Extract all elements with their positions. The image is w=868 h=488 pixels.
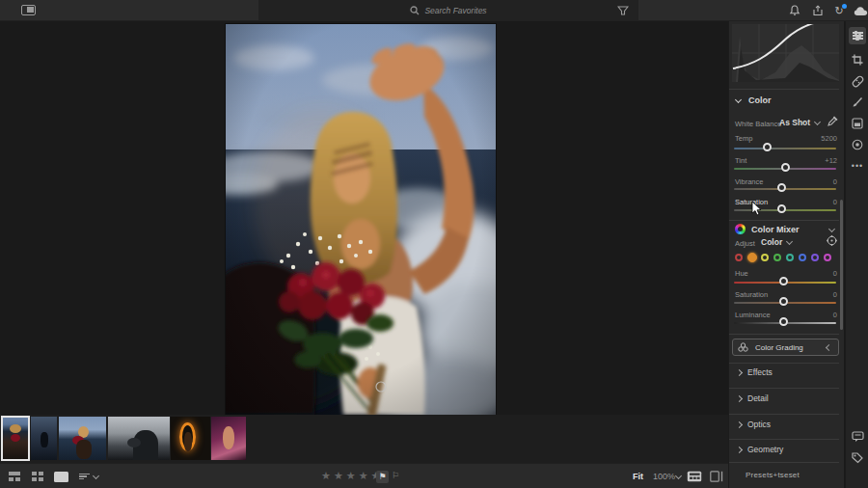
zoom-fit-button[interactable]: Fit <box>633 472 643 481</box>
bottom-toolbar: ★ ★ ★ ★ ★ ⚑ ⚐ Fit 100% <box>0 463 728 488</box>
section-detail[interactable]: Detail <box>732 391 839 406</box>
vibrance-slider[interactable] <box>734 188 836 190</box>
search-placeholder: Search Favorites <box>424 6 486 15</box>
hue-slider-thumb[interactable] <box>779 277 788 285</box>
tag-icon[interactable] <box>849 449 866 467</box>
saturation-label: Saturation <box>735 198 768 206</box>
white-balance-chevron-icon[interactable] <box>814 119 821 125</box>
filmstrip-thumb[interactable] <box>108 417 170 460</box>
filmstrip-thumb[interactable] <box>59 417 106 460</box>
photo-grid-icon[interactable] <box>8 470 21 483</box>
adjust-chevron-icon[interactable] <box>786 238 793 245</box>
filmstrip-thumb[interactable] <box>171 417 210 460</box>
saturation-slider[interactable] <box>734 209 836 211</box>
vibrance-value: 0 <box>833 177 837 186</box>
temp-slider-thumb[interactable] <box>763 143 772 151</box>
target-adjust-icon[interactable] <box>827 235 837 246</box>
section-optics[interactable]: Optics <box>732 417 839 432</box>
presets-button[interactable]: Presets+tseset <box>746 471 800 479</box>
search-icon <box>410 6 420 15</box>
more-icon[interactable]: ••• <box>849 157 866 175</box>
tint-value: +12 <box>825 156 837 165</box>
main-photo[interactable] <box>226 24 496 415</box>
vibrance-label: Vibrance <box>735 177 763 186</box>
hue-label: Hue <box>735 269 748 278</box>
zoom-level[interactable]: 100% <box>653 472 675 481</box>
bell-icon[interactable] <box>787 3 802 18</box>
export-icon[interactable] <box>810 3 826 18</box>
panel-scrollbar[interactable] <box>840 200 843 330</box>
search-input[interactable]: Search Favorites <box>410 6 486 15</box>
swatch-red[interactable] <box>735 254 743 261</box>
color-section-title[interactable]: Color <box>748 95 772 105</box>
panel-toggle-icon[interactable] <box>21 5 36 15</box>
luminance-slider[interactable] <box>734 322 836 324</box>
tint-slider-thumb[interactable] <box>781 163 790 172</box>
luminance-slider-thumb[interactable] <box>779 317 788 326</box>
saturation-slider-thumb[interactable] <box>777 204 786 213</box>
sort-icon[interactable] <box>77 470 91 483</box>
color-wheel-icon <box>735 224 746 234</box>
mixer-saturation-slider[interactable] <box>734 302 836 304</box>
compare-icon[interactable] <box>710 471 723 482</box>
swatch-magenta[interactable] <box>824 254 831 261</box>
filter-icon[interactable] <box>617 5 629 16</box>
adjust-label: Adjust <box>735 239 755 248</box>
swatch-blue[interactable] <box>799 254 806 261</box>
filmstrip-thumb[interactable] <box>211 417 246 460</box>
color-swatches <box>735 254 839 265</box>
histogram-tone-curve[interactable] <box>732 24 839 82</box>
sort-chevron-icon[interactable] <box>93 473 99 479</box>
section-geometry[interactable]: Geometry <box>732 442 839 457</box>
star-icon[interactable]: ★ <box>346 469 356 482</box>
section-color-grading[interactable]: Color Grading <box>732 339 839 356</box>
white-balance-value[interactable]: As Shot <box>779 118 810 127</box>
swatch-green[interactable] <box>773 254 781 261</box>
filmstrip-thumb-selected[interactable] <box>2 417 29 460</box>
star-icon[interactable]: ★ <box>359 469 368 482</box>
lightroom-app: Search Favorites ↻ <box>0 0 868 488</box>
presets-panel-icon[interactable] <box>849 115 866 132</box>
effects-label: Effects <box>747 367 773 377</box>
sync-notification-dot <box>842 4 847 9</box>
square-grid-icon[interactable] <box>31 470 44 483</box>
brush-icon[interactable] <box>849 94 866 111</box>
geometry-label: Geometry <box>747 445 783 454</box>
swatch-yellow[interactable] <box>761 254 769 261</box>
star-rating: ★ ★ ★ ★ ★ <box>321 469 380 482</box>
adjust-value[interactable]: Color <box>761 237 782 247</box>
white-balance-label: White Balance <box>735 120 781 128</box>
temp-slider[interactable] <box>734 148 836 149</box>
zoom-chevron-icon[interactable] <box>675 473 682 479</box>
color-mixer-title[interactable]: Color Mixer <box>751 225 800 234</box>
edit-sliders-icon[interactable] <box>849 27 866 44</box>
eyedropper-icon[interactable] <box>827 116 838 126</box>
swatch-violet[interactable] <box>811 254 819 261</box>
swatch-teal[interactable] <box>786 254 794 261</box>
section-effects[interactable]: Effects <box>732 365 839 380</box>
crop-icon[interactable] <box>849 51 866 68</box>
star-icon[interactable]: ★ <box>334 469 343 482</box>
geometry-chevron-icon <box>736 446 743 452</box>
flag-reject-icon[interactable]: ⚐ <box>392 471 399 480</box>
edit-canvas <box>0 21 728 415</box>
top-bar: Search Favorites ↻ <box>0 0 868 21</box>
flag-pick-icon[interactable]: ⚑ <box>376 471 389 483</box>
filmstrip-toggle-icon[interactable] <box>687 471 702 482</box>
detail-view-icon[interactable] <box>54 472 68 482</box>
mixer-saturation-slider-thumb[interactable] <box>779 297 788 306</box>
star-icon[interactable]: ★ <box>321 469 331 482</box>
hue-slider[interactable] <box>734 282 836 284</box>
filmstrip-thumb[interactable] <box>31 417 57 460</box>
radial-icon[interactable] <box>849 136 866 153</box>
swatch-orange[interactable] <box>747 253 757 262</box>
comment-icon[interactable] <box>849 428 866 446</box>
sync-icon[interactable]: ↻ <box>831 3 847 18</box>
tint-slider[interactable] <box>734 168 836 170</box>
color-mixer-chevron-icon[interactable] <box>828 226 835 232</box>
cloud-icon[interactable] <box>853 3 868 18</box>
vibrance-slider-thumb[interactable] <box>777 183 786 192</box>
color-collapse-icon[interactable] <box>735 96 742 103</box>
heal-icon[interactable] <box>849 72 866 90</box>
color-grading-chevron-icon <box>826 343 832 350</box>
